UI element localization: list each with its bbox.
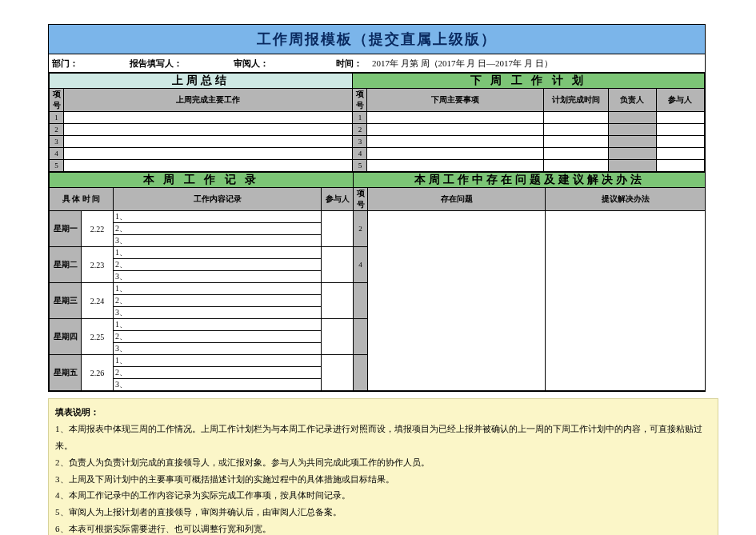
cell[interactable] xyxy=(544,124,608,136)
issue-seq xyxy=(354,283,368,319)
seq-hdr-r: 项号 xyxy=(353,89,367,112)
cell[interactable] xyxy=(322,211,354,247)
issue-seq: 4 xyxy=(354,247,368,283)
work-line[interactable]: 3、 xyxy=(114,271,322,283)
cell[interactable] xyxy=(656,136,704,148)
day-label: 星期二 xyxy=(50,247,82,283)
cell[interactable] xyxy=(608,124,656,136)
issue-cell[interactable] xyxy=(368,211,546,391)
main-title: 工作周报模板（提交直属上级版） xyxy=(49,25,705,54)
work-line[interactable]: 3、 xyxy=(114,235,322,247)
table-row-seq: 3 xyxy=(353,136,367,148)
notes-box: 填表说明： 1、本周报表中体现三周的工作情况。上周工作计划栏为与本周工作记录进行… xyxy=(48,398,718,535)
cell[interactable] xyxy=(322,247,354,283)
cell[interactable] xyxy=(322,319,354,355)
cell[interactable] xyxy=(322,355,354,391)
secA-right-title: 下 周 工 作 计 划 xyxy=(353,74,705,89)
secA-part: 参与人 xyxy=(656,89,704,112)
work-line[interactable]: 1、 xyxy=(114,319,322,331)
cell[interactable] xyxy=(322,283,354,319)
cell[interactable] xyxy=(64,112,353,124)
cell[interactable] xyxy=(608,136,656,148)
work-line[interactable]: 1、 xyxy=(114,211,322,223)
note-line: 2、负责人为负责计划完成的直接领导人，或汇报对象。参与人为共同完成此项工作的协作… xyxy=(55,454,711,471)
issue-seq xyxy=(354,355,368,391)
day-date: 2.24 xyxy=(82,283,114,319)
secA-item: 下周主要事项 xyxy=(367,89,544,112)
cell[interactable] xyxy=(656,112,704,124)
table-row-seq: 5 xyxy=(353,160,367,172)
secB-part-hdr: 参与人 xyxy=(322,188,354,211)
day-label: 星期四 xyxy=(50,319,82,355)
cell[interactable] xyxy=(656,160,704,172)
work-line[interactable]: 1、 xyxy=(114,283,322,295)
table-row-seq: 4 xyxy=(50,148,64,160)
cell[interactable] xyxy=(367,136,544,148)
cell[interactable] xyxy=(656,148,704,160)
secB-left-title: 本 周 工 作 记 录 xyxy=(50,173,354,188)
time-value: 2017年 月第 周（2017年 月 日—2017年 月 日） xyxy=(372,58,553,70)
cell[interactable] xyxy=(608,148,656,160)
table-row-seq: 3 xyxy=(50,136,64,148)
day-label: 星期五 xyxy=(50,355,82,391)
cell[interactable] xyxy=(367,124,544,136)
cell[interactable] xyxy=(608,112,656,124)
table-row-seq: 1 xyxy=(353,112,367,124)
seq-hdr-l: 项号 xyxy=(50,89,64,112)
note-line: 4、本周工作记录中的工作内容记录为实际完成工作事项，按具体时间记录。 xyxy=(55,487,711,504)
secB-seq-hdr: 项号 xyxy=(354,188,368,211)
note-line: 1、本周报表中体现三周的工作情况。上周工作计划栏为与本周工作记录进行对照而设，填… xyxy=(55,421,711,454)
table-row-seq: 2 xyxy=(50,124,64,136)
cell[interactable] xyxy=(367,148,544,160)
note-line: 3、上周及下周计划中的主要事项可概括描述计划的实施过程中的具体措施或目标结果。 xyxy=(55,471,711,488)
issue-seq: 2 xyxy=(354,211,368,247)
cell[interactable] xyxy=(64,160,353,172)
cell[interactable] xyxy=(64,124,353,136)
work-line[interactable]: 2、 xyxy=(114,259,322,271)
work-line[interactable]: 1、 xyxy=(114,355,322,367)
day-date: 2.22 xyxy=(82,211,114,247)
day-label: 星期一 xyxy=(50,211,82,247)
reporter-label: 报告填写人： xyxy=(130,58,182,70)
reviewer-label: 审阅人： xyxy=(234,58,269,70)
work-line[interactable]: 3、 xyxy=(114,379,322,391)
work-line[interactable]: 2、 xyxy=(114,295,322,307)
note-line: 5、审阅人为上报计划者的直接领导，审阅并确认后，由审阅人汇总备案。 xyxy=(55,504,711,521)
cell[interactable] xyxy=(544,160,608,172)
day-date: 2.25 xyxy=(82,319,114,355)
dept-label: 部门： xyxy=(52,58,78,70)
work-line[interactable]: 2、 xyxy=(114,367,322,379)
work-line[interactable]: 2、 xyxy=(114,223,322,235)
secA-owner: 负责人 xyxy=(608,89,656,112)
secB-content-hdr: 工作内容记录 xyxy=(114,188,322,211)
section-b-table: 本 周 工 作 记 录 本周工作中存在问题及建议解决办法 具 体 时 间 工作内… xyxy=(49,172,706,391)
table-row-seq: 2 xyxy=(353,124,367,136)
issue-seq xyxy=(354,319,368,355)
work-line[interactable]: 1、 xyxy=(114,247,322,259)
secA-left-col: 上周完成主要工作 xyxy=(64,89,353,112)
suggest-cell[interactable] xyxy=(546,211,706,391)
time-label: 时间： xyxy=(336,58,362,70)
cell[interactable] xyxy=(656,124,704,136)
cell[interactable] xyxy=(367,112,544,124)
work-line[interactable]: 2、 xyxy=(114,331,322,343)
table-row-seq: 4 xyxy=(353,148,367,160)
work-line[interactable]: 3、 xyxy=(114,307,322,319)
report-sheet: 工作周报模板（提交直属上级版） 部门： 报告填写人： 审阅人： 时间： 2017… xyxy=(48,24,706,392)
work-line[interactable]: 3、 xyxy=(114,343,322,355)
table-row-seq: 1 xyxy=(50,112,64,124)
day-date: 2.26 xyxy=(82,355,114,391)
cell[interactable] xyxy=(544,112,608,124)
table-row-seq: 5 xyxy=(50,160,64,172)
day-date: 2.23 xyxy=(82,247,114,283)
notes-title: 填表说明： xyxy=(55,404,711,421)
cell[interactable] xyxy=(544,136,608,148)
cell[interactable] xyxy=(544,148,608,160)
cell[interactable] xyxy=(64,148,353,160)
cell[interactable] xyxy=(608,160,656,172)
secB-issue-hdr: 存在问题 xyxy=(368,188,546,211)
cell[interactable] xyxy=(367,160,544,172)
section-a-table: 上周总结 下 周 工 作 计 划 项号 上周完成主要工作 项号 下周主要事项 计… xyxy=(49,73,705,172)
note-line: 6、本表可根据实际需要进行、也可以调整行宽和列宽。 xyxy=(55,521,711,535)
cell[interactable] xyxy=(64,136,353,148)
